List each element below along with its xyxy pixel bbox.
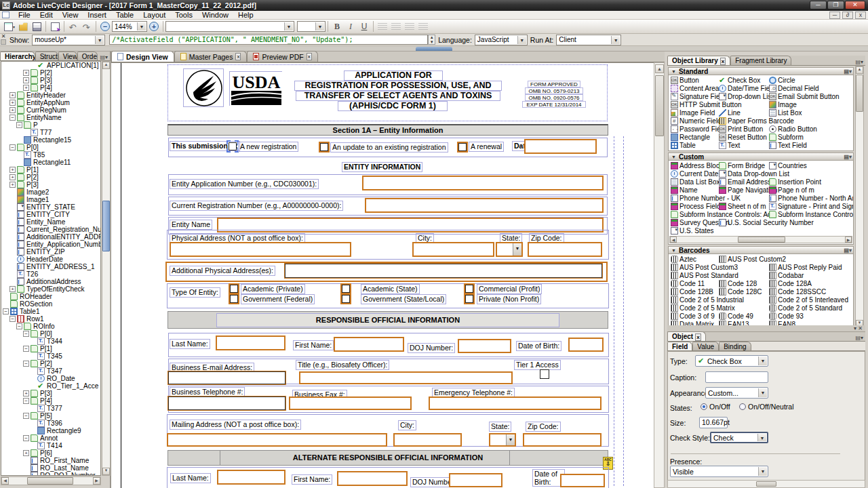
library-item[interactable]: Radio Button [769, 125, 817, 133]
library-item[interactable]: Check Box [719, 77, 760, 84]
caption-input[interactable] [705, 371, 768, 383]
library-item[interactable]: Print Button [719, 125, 763, 133]
tree-item[interactable]: AdditionalENTITY_ADDRESS [1, 233, 100, 241]
library-item[interactable]: AUS Post Reply Paid [769, 264, 842, 271]
expand-icon[interactable]: + [23, 70, 29, 76]
doc-restore-button[interactable]: ∂ [842, 12, 853, 19]
form-checkbox[interactable] [540, 369, 549, 379]
expand-icon[interactable]: + [23, 85, 29, 91]
chevron-down-icon[interactable]: ▼ [513, 243, 521, 256]
menu-edit[interactable]: Edit [35, 11, 58, 20]
scroll-up-icon[interactable]: ▲ [102, 62, 110, 69]
scroll-up-icon[interactable]: ▲ [655, 64, 664, 73]
library-item[interactable]: Code 49 [719, 312, 753, 320]
library-item[interactable]: Address Block [671, 162, 723, 169]
library-item[interactable]: Name [671, 186, 698, 194]
preview-button[interactable] [48, 20, 62, 33]
tree-item[interactable]: −ROInfo [1, 323, 100, 330]
library-item[interactable]: AUS Post Custom3 [671, 264, 738, 271]
scroll-thumb[interactable] [27, 477, 73, 485]
type-combo[interactable]: Check Box▼ [695, 355, 768, 367]
library-section-custom[interactable]: ▼Custom▤▾ [668, 152, 854, 161]
collapse-icon[interactable]: − [23, 346, 29, 352]
tab-object-library[interactable]: Object Libraryx [667, 56, 730, 65]
form-text-field[interactable] [568, 338, 604, 352]
tree-item[interactable]: −Row1 [1, 315, 100, 323]
form-dropdown[interactable]: ▼ [496, 242, 523, 257]
library-item[interactable]: Image Field [671, 109, 715, 117]
library-item[interactable]: Text Field [769, 142, 807, 149]
tree-item[interactable]: +P[3] [1, 77, 100, 84]
section-menu-icon[interactable]: ▤▾ [844, 154, 853, 160]
form-dropdown[interactable]: ▼ [489, 433, 516, 447]
language-combo[interactable]: JavaScript▼ [475, 35, 528, 45]
tree-item[interactable]: −Annot [1, 434, 100, 442]
palette-menu-icon[interactable]: ▤▾ [98, 54, 110, 60]
palette-menu-icon[interactable]: ▤▾ [853, 335, 865, 341]
collapse-icon[interactable]: − [9, 115, 16, 121]
scroll-thumb[interactable] [102, 201, 110, 251]
expand-icon[interactable]: + [9, 182, 16, 188]
form-text-field[interactable] [393, 433, 462, 447]
menu-layout[interactable]: Layout [138, 11, 170, 20]
menu-table[interactable]: Table [111, 11, 138, 20]
splitter-handle[interactable] [416, 47, 452, 51]
collapse-icon[interactable]: − [23, 435, 29, 441]
library-item[interactable]: Signature Field [671, 93, 725, 100]
library-item[interactable]: Email Submit Button [769, 93, 840, 100]
hierarchy-vscrollbar[interactable]: ▲ ▼ [102, 61, 111, 476]
library-item[interactable]: Rectangle [671, 134, 710, 141]
library-item[interactable]: Process Fields [671, 203, 724, 210]
open-button[interactable] [16, 20, 30, 33]
hierarchy-hscrollbar[interactable]: ◀ ▶ [1, 476, 101, 485]
tree-item[interactable]: AdditionalAddress [1, 278, 100, 285]
form-text-field[interactable] [167, 433, 387, 447]
align-justify-button[interactable] [416, 20, 430, 33]
tree-item[interactable]: −EntityName [1, 114, 100, 121]
library-item[interactable]: Subform Instance Controls: Insert F [769, 211, 854, 218]
library-item[interactable]: Button [671, 77, 699, 84]
library-item[interactable]: AUS Post Standard [671, 272, 738, 279]
library-item[interactable]: Code 128C [719, 288, 762, 296]
tree-item[interactable]: RO_Tier_1_Acce [1, 382, 100, 390]
library-item[interactable]: Phone Number - North America [769, 195, 854, 202]
library-item[interactable]: List Box [769, 109, 802, 117]
tree-item[interactable]: −P [1, 121, 100, 129]
states-onoffneutral-radio[interactable]: On/Off/Neutral [739, 403, 794, 411]
collapse-icon[interactable]: − [3, 308, 9, 314]
menu-view[interactable]: View [58, 11, 83, 20]
menu-tools[interactable]: Tools [170, 11, 197, 20]
font-size-combo[interactable]: ▼ [297, 21, 326, 32]
tree-item[interactable]: ENTITY_CITY [1, 211, 100, 218]
close-icon[interactable]: ✕ [0, 33, 7, 46]
section-menu-icon[interactable]: ▤▾ [844, 247, 853, 253]
underline-button[interactable]: U [357, 20, 371, 33]
form-text-field[interactable] [334, 337, 404, 352]
tree-item[interactable]: ENTITY_ADDRESS_1 [1, 263, 100, 270]
tree-item[interactable]: T77 [1, 129, 100, 136]
undo-button[interactable] [66, 20, 80, 33]
library-item[interactable]: Text [719, 142, 740, 149]
states-onoff-radio[interactable]: On/Off [701, 403, 730, 411]
library-item[interactable]: Code 3 of 9 [671, 312, 715, 320]
library-item[interactable]: HTTP Submit Button [671, 101, 742, 108]
scroll-left-icon[interactable]: ◀ [1, 477, 9, 485]
tab-master-pages[interactable]: Master Pagesx [174, 51, 248, 62]
tree-item[interactable]: Image1 [1, 196, 100, 203]
tree-item[interactable]: RO_Last_Name [1, 464, 100, 472]
library-item[interactable]: Insertion Point [769, 178, 821, 186]
tree-item[interactable]: ROHeader [1, 293, 100, 300]
collapse-icon[interactable]: − [16, 323, 22, 329]
tree-item[interactable]: +P[3] [1, 181, 100, 188]
close-button[interactable]: ✕ [845, 1, 865, 9]
library-item[interactable]: Paper Forms Barcode [719, 117, 794, 125]
tree-item[interactable]: Entity_Application_Number [1, 241, 100, 248]
collapse-icon[interactable]: − [23, 398, 29, 404]
tree-item[interactable]: Rectangle9 [1, 427, 100, 434]
section-menu-icon[interactable]: ▤▾ [844, 68, 853, 75]
library-item[interactable]: AUS Post Custom2 [719, 256, 786, 263]
tree-item[interactable]: Rectangle11 [1, 159, 100, 166]
library-item[interactable]: Countries [769, 162, 807, 169]
tree-item[interactable]: T344 [1, 338, 100, 345]
subtab-field[interactable]: Field [667, 342, 692, 350]
